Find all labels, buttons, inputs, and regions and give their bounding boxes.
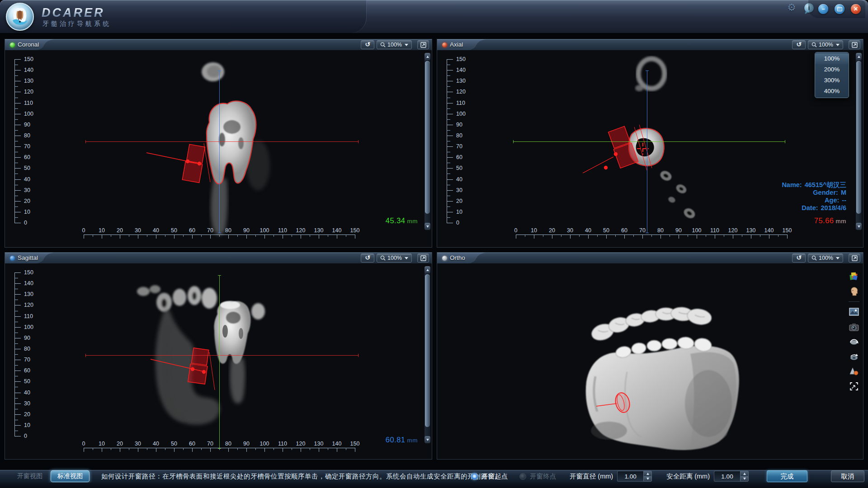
- panel-sagittal: Sagittal ↺ 100%: [5, 252, 432, 460]
- camera-icon[interactable]: [848, 321, 860, 333]
- start-point-label[interactable]: 开窗起点: [481, 472, 508, 481]
- toolbar-divider: [849, 301, 859, 302]
- cancel-button[interactable]: 取消: [831, 470, 864, 482]
- panel-axial: Axial ↺ 100%: [437, 39, 863, 248]
- fenestration-view-button[interactable]: 开窗视图: [14, 471, 46, 482]
- sagittal-zoom-dropdown[interactable]: 100%: [377, 253, 412, 263]
- ortho-viewport[interactable]: [437, 263, 863, 459]
- app-logo: [6, 3, 34, 31]
- coronal-maximize-button[interactable]: [417, 40, 429, 49]
- head-view-icon[interactable]: [848, 286, 860, 297]
- axial-scrollbar[interactable]: [856, 53, 862, 230]
- orientation-layers-icon[interactable]: [848, 271, 860, 282]
- sagittal-scroll-thumb[interactable]: [425, 274, 430, 427]
- axial-viewport[interactable]: 0102030405060708090100110120130140150 01…: [437, 50, 863, 247]
- coronal-viewport[interactable]: 0102030405060708090100110120130140150 01…: [5, 50, 432, 247]
- scroll-down-icon[interactable]: [425, 223, 430, 230]
- app-window: { "app": { "title": "DCARER", "subtitle"…: [0, 0, 868, 488]
- maximize-button[interactable]: [835, 4, 844, 14]
- spin-down-icon[interactable]: [643, 476, 652, 482]
- sagittal-ct-image: [5, 263, 432, 459]
- axial-zoom-value: 100%: [819, 42, 833, 48]
- close-button[interactable]: ✕: [851, 4, 861, 14]
- spin-up-icon[interactable]: [740, 471, 749, 476]
- spin-down-icon[interactable]: [740, 476, 749, 482]
- axial-crosshair-vertical[interactable]: [647, 70, 647, 233]
- coronal-crosshair-horizontal[interactable]: [85, 141, 359, 142]
- axial-reset-button[interactable]: ↺: [792, 40, 806, 49]
- end-point-label[interactable]: 开窗终点: [530, 472, 556, 481]
- axial-maximize-button[interactable]: [849, 40, 860, 49]
- scroll-up-icon[interactable]: [425, 53, 430, 60]
- magnifier-icon: [380, 42, 386, 47]
- coronal-path-marker: [146, 143, 210, 183]
- standard-view-button[interactable]: 标准视图: [51, 470, 90, 482]
- diameter-input[interactable]: 1.00: [617, 471, 643, 482]
- coronal-ct-image: [5, 50, 432, 247]
- coronal-header: Coronal ↺ 100%: [5, 39, 432, 50]
- axial-scroll-thumb[interactable]: [856, 61, 861, 214]
- sagittal-maximize-button[interactable]: [417, 253, 429, 263]
- panel-ortho: Ortho ↺ 100%: [437, 252, 863, 460]
- sagittal-reset-button[interactable]: ↺: [361, 253, 374, 263]
- patient-info: Name:46515^胡汉三 Gender:M Age:-- Date:2018…: [782, 181, 846, 212]
- magnifier-icon: [811, 42, 817, 47]
- ortho-header: Ortho ↺ 100%: [437, 253, 863, 263]
- zoom-option-300%[interactable]: 300%: [815, 75, 849, 86]
- render-objects-icon[interactable]: [848, 366, 860, 377]
- spin-up-icon[interactable]: [643, 471, 652, 476]
- status-strip: [0, 483, 868, 488]
- start-point-radio[interactable]: [471, 473, 478, 480]
- scroll-down-icon[interactable]: [425, 436, 430, 443]
- safety-input[interactable]: 1.00: [714, 471, 740, 482]
- coronal-crosshair-vertical[interactable]: [219, 70, 220, 233]
- coronal-zoom-dropdown[interactable]: 100%: [377, 40, 412, 49]
- coronal-status-dot-icon: [10, 42, 15, 47]
- crop-icon[interactable]: [848, 380, 860, 392]
- diameter-stepper: 1.00: [617, 471, 652, 482]
- chevron-down-icon: [405, 257, 408, 259]
- coronal-zoom-value: 100%: [387, 42, 402, 48]
- zoom-option-100%[interactable]: 100%: [815, 53, 849, 64]
- coronal-scroll-thumb[interactable]: [425, 61, 430, 214]
- sagittal-viewport[interactable]: 0102030405060708090100110120130140150 01…: [5, 263, 432, 459]
- scroll-down-icon[interactable]: [856, 223, 862, 230]
- coronal-scrollbar[interactable]: [425, 53, 430, 230]
- sagittal-tab: Sagittal: [5, 253, 58, 263]
- axial-measurement: 75.66mm: [814, 216, 846, 225]
- chevron-down-icon: [836, 44, 840, 46]
- settings-gear-icon[interactable]: ⚙: [787, 3, 796, 13]
- ortho-maximize-button[interactable]: [849, 253, 860, 263]
- coronal-measurement: 45.34mm: [386, 216, 418, 225]
- axial-status-dot-icon: [442, 42, 447, 47]
- coronal-title: Coronal: [18, 41, 39, 48]
- sagittal-crosshair-horizontal[interactable]: [85, 355, 359, 356]
- scroll-up-icon[interactable]: [856, 53, 862, 60]
- zoom-option-400%[interactable]: 400%: [815, 86, 849, 97]
- scroll-up-icon[interactable]: [425, 266, 430, 273]
- sagittal-status-dot-icon: [10, 256, 15, 261]
- minimize-button[interactable]: −: [818, 4, 828, 14]
- axial-crosshair-horizontal[interactable]: [513, 141, 785, 142]
- rotate-horizontal-icon[interactable]: [848, 336, 860, 347]
- snapshot-icon[interactable]: [848, 306, 860, 318]
- coronal-reset-button[interactable]: ↺: [361, 40, 374, 49]
- bottom-toolbar: 开窗视图 标准视图 如何设计开窗路径：在牙槽骨表面和接近根尖处的牙槽骨位置按顺序…: [0, 470, 868, 483]
- ortho-reset-button[interactable]: ↺: [792, 253, 806, 263]
- sagittal-scrollbar[interactable]: [425, 266, 430, 443]
- zoom-option-200%[interactable]: 200%: [815, 64, 849, 75]
- expand-icon: [852, 42, 858, 48]
- zoom-dropdown-menu: 100%200%300%400%: [815, 52, 849, 98]
- rotate-view-icon[interactable]: [848, 351, 860, 362]
- magnifier-icon: [380, 255, 386, 261]
- sagittal-title: Sagittal: [18, 254, 38, 261]
- ortho-zoom-value: 100%: [819, 255, 833, 261]
- end-point-radio[interactable]: [519, 473, 526, 480]
- ortho-3d-model: [437, 263, 863, 459]
- ortho-title: Ortho: [450, 254, 465, 261]
- sagittal-crosshair-vertical[interactable]: [219, 275, 220, 449]
- axial-zoom-dropdown[interactable]: 100%: [808, 40, 843, 49]
- done-button[interactable]: 完成: [767, 470, 807, 482]
- ortho-zoom-dropdown[interactable]: 100%: [808, 253, 843, 263]
- safety-stepper: 1.00: [714, 471, 749, 482]
